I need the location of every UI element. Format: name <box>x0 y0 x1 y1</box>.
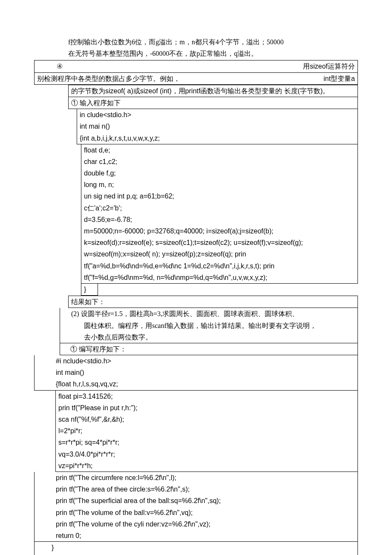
code1-2: {int a,b,i,j,k,r,s,t,u,v,w,x,y,z; <box>80 132 355 144</box>
code3c-table: prin tf("The circumfere nce:l=%6.2f\n",l… <box>34 472 358 542</box>
c3d: } <box>52 542 355 553</box>
c3c-3: prin tf("The volume of the ball:v=%6.2f\… <box>56 507 355 518</box>
code2-table: float d,e; char c1,c2; double f,g; long … <box>81 144 358 284</box>
c3a-1: int main() <box>56 367 355 378</box>
code1-0: in clude<stdio.h> <box>80 109 355 121</box>
intro-line-2: 在无符号基本整型范围内，-60000不在，故p正常输出，q溢出。 <box>34 48 358 59</box>
text-bytes: 的字节数为sizeof( a)或sizeof (int)，用printf函数语句… <box>69 85 358 97</box>
step2-table: ① 编写程序如下： <box>60 343 358 355</box>
p2-0: (2) 设圆半径r=1.5，圆柱高h=3,求圆周长、圆面积、圆球表面积、圆球体积… <box>63 308 355 319</box>
code2-5: c仁'a';c2='b'; <box>84 202 355 214</box>
c3b-1: prin tf("Please in put r,h:"); <box>58 402 355 414</box>
c3b-3: l=2*pi*r; <box>58 425 355 437</box>
code3a-table: #i nclude<stdio.h> int main() {float h,r… <box>34 355 358 391</box>
c3c-4: prin tf("The volume of the cyli nder:vz=… <box>56 518 355 530</box>
code2-4: un sig ned int p,q; a=61;b=62; <box>84 190 355 202</box>
marker-4: ④ <box>37 60 63 72</box>
text-int-a: int型变量a <box>323 73 355 84</box>
result1-table: 结果如下： <box>68 296 358 308</box>
c3b-0: float pi=3.141526; <box>58 391 355 402</box>
text-sizeof-right: 用sizeof运算符分 <box>303 60 355 72</box>
c3a-0: #i nclude<stdio.h> <box>56 355 355 367</box>
code2-1: char c1,c2; <box>84 156 355 167</box>
step1-label: ① 输入程序如下 <box>69 97 358 109</box>
result1-label: 结果如下： <box>69 296 358 308</box>
code2-0: float d,e; <box>84 144 355 156</box>
problem2-table: (2) 设圆半径r=1.5，圆柱高h=3,求圆周长、圆面积、圆球表面积、圆球体积… <box>60 308 358 343</box>
c3c-1: prin tf("The area of thee circle:s=%6.2f… <box>56 483 355 495</box>
code1-1: int mai n() <box>80 121 355 132</box>
code2-6: d=3.56;e=-6.78; <box>84 214 355 225</box>
table-row-5: 别检测程序中各类型的数据占多少字节。例如， int型变量a <box>34 73 358 85</box>
c3c-0: prin tf("The circumfere nce:l=%6.2f\n",l… <box>56 472 355 483</box>
code2-end: } <box>81 284 98 296</box>
code2-10: tf("a=%d,b=%d\nd=%d,e=%d\nc 1=%d,c2=%d\n… <box>84 260 355 272</box>
code2-11: tf("f=%d,g=%d\nm=%d, n=%d\nmp=%d,q=%d\n"… <box>84 272 355 283</box>
code2-end-table: } <box>81 284 98 296</box>
code2-8: k=sizeof(d);r=sizeof(e); s=sizeof(c1);t=… <box>84 237 355 248</box>
code2-7: m=50000;n=-60000; p=32768;q=40000; i=siz… <box>84 225 355 237</box>
table-row-4: ④ 用sizeof运算符分 <box>34 60 358 72</box>
table-step1: ① 输入程序如下 <box>68 97 358 109</box>
p2-2: 去小数点后两位数字。 <box>63 331 355 343</box>
c3c-2: prin tf("The superficial area of the bal… <box>56 495 355 506</box>
c3b-6: vz=pi*r*r*h; <box>58 460 355 472</box>
code2-2: double f,g; <box>84 167 355 179</box>
code2-3: long m, n; <box>84 179 355 190</box>
code2-9: w=sizeof(m);x=sizeof( n); y=sizeof(p);z=… <box>84 248 355 260</box>
code3d-table: } ② 输出结果如下： <box>34 542 358 555</box>
table-row-6: 的字节数为sizeof( a)或sizeof (int)，用printf函数语句… <box>68 85 358 97</box>
c3b-4: s=r*r*pi; sq=4*pi*r*r; <box>58 437 355 448</box>
c3a-2: {float h,r,l,s,sq,vq,vz; <box>56 378 355 390</box>
text-detect: 别检测程序中各类型的数据占多少字节。例如， <box>37 73 180 84</box>
code3b-table: float pi=3.141526; prin tf("Please in pu… <box>55 391 358 472</box>
step3-label: ② 输出结果如下： <box>52 553 355 555</box>
c3c-5: return 0; <box>56 530 355 541</box>
c3b-5: vq=3.0/4.0*pi*r*r*r; <box>58 449 355 460</box>
p2-1: 圆柱体积。编程序，用scanf输入数据，输出计算结果。输出时要有文字说明， <box>63 320 355 331</box>
c3b-2: sca nf("%f,%f",&r,&h); <box>58 414 355 425</box>
step2-label: ① 编写程序如下： <box>60 343 358 355</box>
code1-table: in clude<stdio.h> int mai n() {int a,b,i… <box>77 109 358 144</box>
page: f控制输出小数位数为6位，而g溢出；m，n都只有4个字节，溢出；50000 在无… <box>0 0 392 555</box>
intro-line-1: f控制输出小数位数为6位，而g溢出；m，n都只有4个字节，溢出；50000 <box>34 36 358 48</box>
